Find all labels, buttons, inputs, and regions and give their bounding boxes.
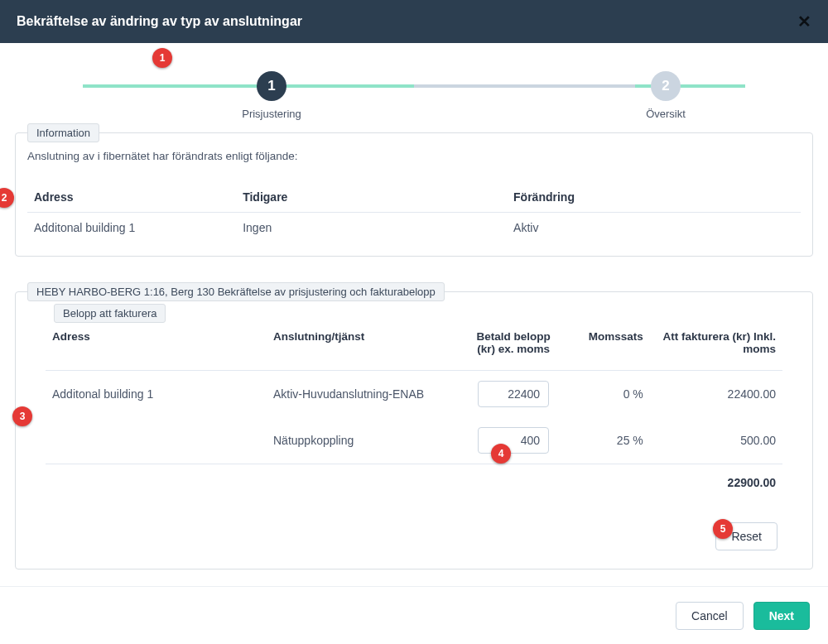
step-circle-1[interactable]: 1 [257, 71, 286, 101]
info-cell-tidigare: Ingen [236, 213, 507, 243]
annotation-1: 1 [152, 48, 172, 68]
bill-cell-service: Aktiv-Huvudanslutning-ENAB [267, 371, 465, 418]
bill-cell-invoice: 22400.00 [650, 371, 782, 418]
total-row: 22900.00 [46, 464, 782, 500]
info-col-tidigare: Tidigare [236, 182, 507, 213]
table-row: Additonal building 1 Aktiv-Huvudanslutni… [46, 371, 782, 418]
dialog-footer: Cancel Next [0, 586, 828, 644]
information-legend: Information [27, 123, 99, 142]
dialog-header: Bekräftelse av ändring av typ av anslutn… [0, 0, 828, 43]
billing-inner-box: Belopp att fakturera Adress Anslutning/t… [46, 322, 782, 554]
bill-col-paid: Betald belopp (kr) ex. moms [465, 322, 561, 371]
info-cell-forandring: Aktiv [507, 213, 801, 243]
cancel-button[interactable]: Cancel [676, 602, 744, 630]
bill-col-invoice: Att fakturera (kr) Inkl. moms [650, 322, 782, 371]
paid-amount-input[interactable] [478, 427, 549, 454]
bill-cell-vat: 0 % [561, 371, 650, 418]
bill-cell-adress [46, 417, 267, 464]
close-icon[interactable]: ✕ [797, 12, 811, 31]
step-circle-2[interactable]: 2 [651, 71, 681, 101]
annotation-5: 5 [713, 519, 733, 539]
annotation-2: 2 [0, 188, 14, 208]
info-cell-adress: Additonal building 1 [27, 213, 236, 243]
annotation-4: 4 [491, 444, 511, 464]
next-button[interactable]: Next [753, 602, 810, 630]
table-row: Additonal building 1 Ingen Aktiv [27, 213, 801, 243]
info-col-forandring: Förändring [507, 182, 801, 213]
info-col-adress: Adress [27, 182, 236, 213]
stepper-track [83, 84, 745, 88]
bill-cell-service: Nätuppkoppling [267, 417, 465, 464]
paid-amount-input[interactable] [478, 381, 549, 407]
billing-inner-legend: Belopp att fakturera [54, 304, 166, 323]
billing-legend: HEBY HARBO-BERG 1:16, Berg 130 Bekräftel… [27, 282, 445, 301]
bill-cell-vat: 25 % [561, 417, 650, 464]
annotation-3: 3 [12, 406, 32, 426]
bill-total: 22900.00 [650, 464, 782, 500]
billing-box: HEBY HARBO-BERG 1:16, Berg 130 Bekräftel… [15, 291, 813, 570]
information-box: Information Anslutning av i fibernätet h… [15, 132, 813, 257]
dialog-title: Bekräftelse av ändring av typ av anslutn… [17, 14, 302, 29]
bill-cell-adress: Additonal building 1 [46, 371, 267, 418]
information-table: Adress Tidigare Förändring Additonal bui… [27, 182, 801, 243]
information-intro: Anslutning av i fibernätet har förändrat… [27, 150, 801, 162]
step-label-1: Prisjustering [242, 108, 301, 120]
billing-table: Adress Anslutning/tjänst Betald belopp (… [46, 322, 782, 499]
step-label-2: Översikt [646, 108, 686, 120]
bill-col-vat: Momssats [561, 322, 650, 371]
bill-col-service: Anslutning/tjänst [267, 322, 465, 371]
table-row: Nätuppkoppling 25 % 500.00 [46, 417, 782, 464]
bill-col-adress: Adress [46, 322, 267, 371]
stepper: 1 1 Prisjustering 2 Översikt [0, 43, 828, 127]
bill-cell-invoice: 500.00 [650, 417, 782, 464]
